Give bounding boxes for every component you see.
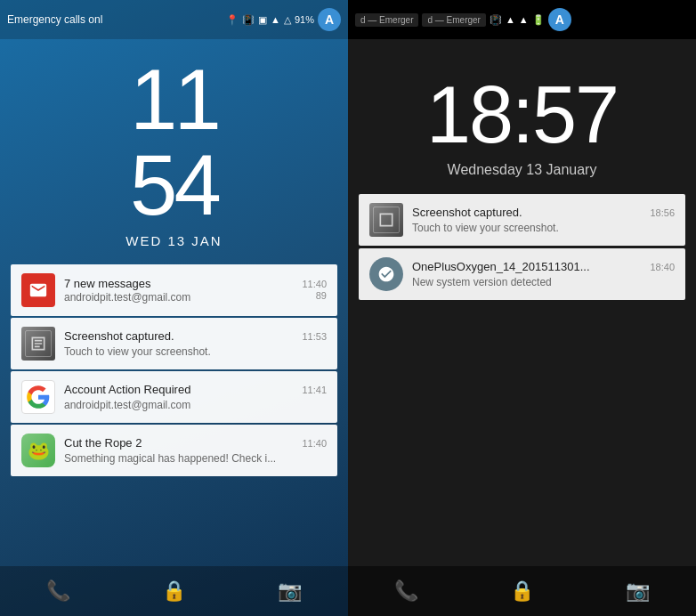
left-bottom-nav: 📞 🔒 📷 [0,566,348,616]
right-bottom-nav: 📞 🔒 📷 [348,566,696,616]
vibrate-icon: 📳 [242,14,255,26]
google-title: Account Action Required [64,383,190,396]
phone-nav-left[interactable]: 📞 [39,572,77,610]
notif-system[interactable]: OnePlusOxygen_14_201511301... 18:40 New … [359,248,685,300]
screenshot-title-left: Screenshot captured. [64,329,174,343]
right-clock-area: 18:57 Wednesday 13 January [348,39,696,187]
game-title: Cut the Rope 2 [64,436,142,450]
screenshot-sub-right: Touch to view your screenshot. [412,222,559,234]
avatar: A [318,8,341,31]
google-content: Account Action Required 11:41 androidpit… [64,383,327,412]
left-notifications: 7 new messages 11:40 androidpit.test@gma… [0,257,348,566]
system-time: 18:40 [650,262,675,272]
clock-hour: 11 [130,57,218,142]
google-icon [21,380,55,414]
game-content: Cut the Rope 2 11:40 Something magical h… [64,436,327,466]
screenshot-icon-left [21,327,55,361]
right-wifi-icon: ▲ [506,14,515,25]
wifi-icon: ▲ [271,14,280,25]
system-icon [369,257,403,291]
gmail-title: 7 new messages [64,277,151,290]
screenshot-content-right: Screenshot captured. 18:56 Touch to view… [412,206,675,235]
notif-game[interactable]: 🐸 Cut the Rope 2 11:40 Something magical… [11,425,337,476]
right-avatar: A [548,8,571,31]
right-tab2: d — Emerger [422,13,485,27]
battery-text: 91% [295,14,314,25]
google-sub: androidpit.test@gmail.com [64,399,190,411]
phone-nav-right[interactable]: 📞 [387,572,425,610]
camera-nav-left[interactable]: 📷 [271,572,309,610]
game-sub: Something magical has happened! Check i.… [64,452,276,465]
right-battery-icon: 🔋 [532,14,545,26]
screenshot-icon-right [369,203,403,237]
clock-date: WED 13 JAN [125,233,222,248]
right-status-bar: d — Emerger d — Emerger 📳 ▲ ▲ 🔋 A [348,0,696,39]
right-clock-date: Wednesday 13 January [448,162,597,178]
screenshot-time-right: 18:56 [650,207,675,218]
clock-minute: 54 [130,142,218,228]
screenshot-title-right: Screenshot captured. [412,206,522,219]
signal-icon: △ [284,14,291,26]
screenshot-sub-left: Touch to view your screenshot. [64,345,211,358]
gmail-icon [21,273,55,307]
right-clock-time: 18:57 [426,75,618,155]
system-content: OnePlusOxygen_14_201511301... 18:40 New … [412,260,675,289]
left-clock-area: 11 54 WED 13 JAN [0,39,348,257]
left-status-icons: 📍 📳 ▣ ▲ △ 91% A [226,8,341,31]
right-vibrate-icon: 📳 [490,14,502,26]
left-phone: Emergency calls onl 📍 📳 ▣ ▲ △ 91% A 11 5… [0,0,348,616]
game-time: 11:40 [302,438,327,449]
location-icon: 📍 [226,14,239,26]
right-notifications: Screenshot captured. 18:56 Touch to view… [348,187,696,307]
right-phone: d — Emerger d — Emerger 📳 ▲ ▲ 🔋 A 18:57 … [348,0,696,616]
right-background-art [348,307,696,566]
google-time: 11:41 [302,385,327,395]
gmail-time: 11:40 [302,279,327,289]
notif-google[interactable]: Account Action Required 11:41 androidpit… [11,371,337,423]
data-icon: ▣ [258,14,267,26]
system-sub: New system version detected [412,276,552,288]
screenshot-time-left: 11:53 [302,331,327,342]
left-status-bar: Emergency calls onl 📍 📳 ▣ ▲ △ 91% A [0,0,348,39]
game-icon: 🐸 [21,434,55,467]
notif-screenshot-right[interactable]: Screenshot captured. 18:56 Touch to view… [359,194,685,246]
lock-nav-right[interactable]: 🔒 [503,572,541,610]
right-status-icons: 📳 ▲ ▲ 🔋 A [490,8,571,31]
notif-screenshot-left[interactable]: Screenshot captured. 11:53 Touch to view… [11,318,337,369]
gmail-sub: androidpit.test@gmail.com [64,291,190,304]
gmail-badge: 89 [316,290,327,304]
left-status-text: Emergency calls onl [7,13,226,26]
right-wifi2-icon: ▲ [519,14,529,25]
system-title: OnePlusOxygen_14_201511301... [412,260,590,273]
camera-nav-right[interactable]: 📷 [619,572,657,610]
gmail-content: 7 new messages 11:40 androidpit.test@gma… [64,277,327,304]
notif-gmail[interactable]: 7 new messages 11:40 androidpit.test@gma… [11,264,337,316]
lock-nav-left[interactable]: 🔒 [155,572,193,610]
screenshot-content-left: Screenshot captured. 11:53 Touch to view… [64,329,327,359]
right-tab1: d — Emerger [355,13,418,27]
